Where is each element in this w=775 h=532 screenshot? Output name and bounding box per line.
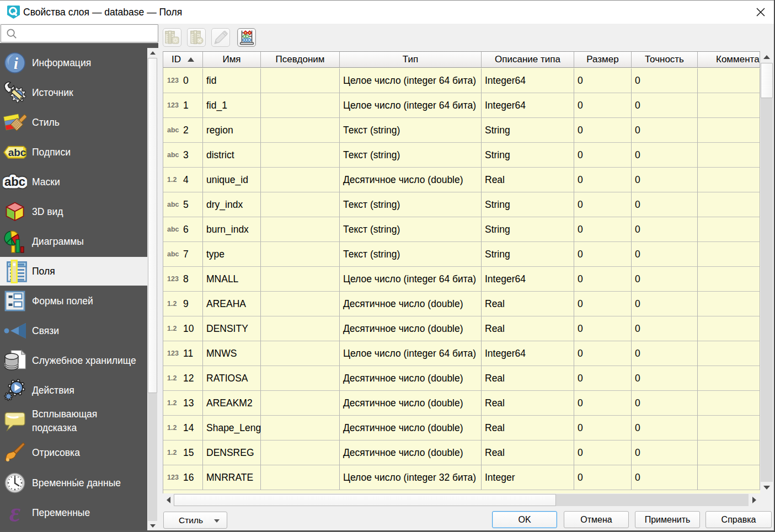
svg-text:abc: abc	[4, 175, 25, 189]
svg-text:ε: ε	[9, 501, 21, 525]
svg-text:i: i	[14, 54, 19, 72]
svg-text:abc: abc	[8, 147, 26, 158]
